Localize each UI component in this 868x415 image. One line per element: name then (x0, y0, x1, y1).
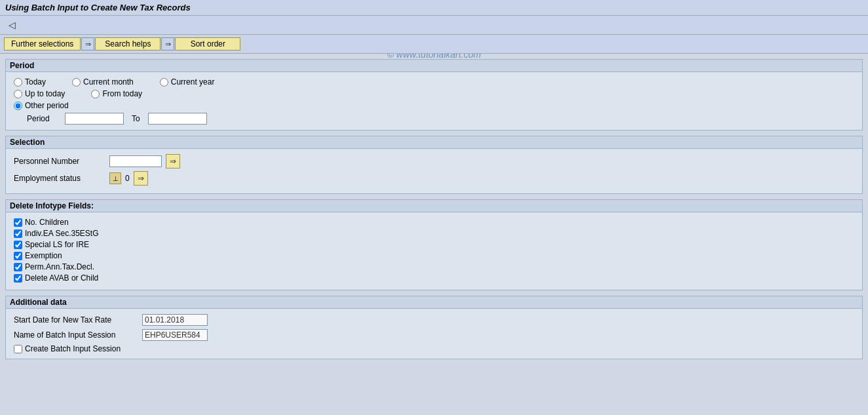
radio-today-input[interactable] (14, 78, 22, 87)
batch-session-row: Name of Batch Input Session (14, 329, 854, 341)
cb-delete-avab-input[interactable] (14, 274, 22, 283)
period-from-label: Period (27, 114, 60, 123)
radio-other-period-input[interactable] (14, 102, 22, 110)
employment-status-arrow[interactable]: ⇒ (134, 171, 148, 186)
personnel-number-arrow[interactable]: ⇒ (166, 154, 180, 168)
period-row-3: Other period (14, 101, 854, 110)
radio-from-today-input[interactable] (91, 90, 100, 98)
cb-perm-ann-label: Perm.Ann.Tax.Decl. (25, 262, 94, 271)
cb-indiv-ea-input[interactable] (14, 229, 22, 238)
cb-delete-avab: Delete AVAB or Child (14, 273, 854, 283)
cb-perm-ann: Perm.Ann.Tax.Decl. (14, 262, 854, 271)
radio-current-month-input[interactable] (72, 78, 81, 87)
page-title: Using Batch Input to Create New Tax Reco… (5, 3, 191, 12)
cb-perm-ann-input[interactable] (14, 263, 22, 271)
cb-delete-avab-label: Delete AVAB or Child (25, 273, 98, 283)
cb-no-children-label: No. Children (25, 218, 69, 227)
batch-session-label: Name of Batch Input Session (14, 330, 138, 340)
cb-exemption-label: Exemption (25, 251, 62, 260)
employment-status-icon[interactable]: ⊥ (109, 172, 121, 184)
cb-indiv-ea-label: Indiv.EA Sec.35EStG (25, 229, 99, 238)
back-icon[interactable]: ◁ (5, 18, 18, 31)
selection-body: Personnel Number ⇒ Employment status ⊥ 0… (6, 149, 862, 193)
personnel-number-row: Personnel Number ⇒ (14, 154, 854, 168)
radio-today[interactable]: Today (14, 77, 46, 87)
selection-section: Selection Personnel Number ⇒ Employment … (5, 136, 863, 194)
cb-exemption-input[interactable] (14, 252, 22, 260)
cb-special-ls: Special LS for IRE (14, 240, 854, 249)
employment-status-value: 0 (125, 174, 130, 183)
tab-arrow-1[interactable]: ⇒ (81, 37, 94, 50)
additional-header: Additional data (6, 296, 862, 309)
employment-status-row: Employment status ⊥ 0 ⇒ (14, 171, 854, 186)
create-batch-row: Create Batch Input Session (14, 344, 854, 353)
period-from-input[interactable] (65, 113, 124, 125)
period-row-2: Up to today From today (14, 89, 854, 98)
period-row-1: Today Current month Current year (14, 77, 854, 87)
main-content: Period Today Current month Current year (0, 54, 868, 370)
personnel-number-input[interactable] (109, 155, 162, 167)
radio-up-to-today-input[interactable] (14, 90, 22, 98)
start-date-input[interactable] (142, 314, 208, 326)
cb-exemption: Exemption (14, 251, 854, 260)
cb-no-children: No. Children (14, 218, 854, 227)
cb-special-ls-label: Special LS for IRE (25, 240, 89, 249)
infotype-body: No. Children Indiv.EA Sec.35EStG Special… (6, 212, 862, 290)
additional-body: Start Date for New Tax Rate Name of Batc… (6, 309, 862, 359)
employment-status-label: Employment status (14, 174, 105, 183)
radio-up-to-today[interactable]: Up to today (14, 89, 65, 98)
period-body: Today Current month Current year Up to t… (6, 72, 862, 130)
start-date-label: Start Date for New Tax Rate (14, 315, 138, 325)
period-to-input[interactable] (148, 113, 207, 125)
period-section: Period Today Current month Current year (5, 59, 863, 130)
cb-no-children-input[interactable] (14, 218, 22, 227)
title-bar: Using Batch Input to Create New Tax Reco… (0, 0, 868, 16)
tab-arrow-2[interactable]: ⇒ (161, 37, 174, 50)
personnel-number-label: Personnel Number (14, 157, 105, 166)
batch-session-input[interactable] (142, 329, 208, 341)
additional-section: Additional data Start Date for New Tax R… (5, 296, 863, 359)
cb-special-ls-input[interactable] (14, 241, 22, 249)
period-field-row: Period To (27, 113, 854, 125)
tab-further-selections[interactable]: Further selections (4, 37, 81, 50)
radio-current-month[interactable]: Current month (72, 77, 134, 87)
cb-indiv-ea: Indiv.EA Sec.35EStG (14, 229, 854, 238)
start-date-row: Start Date for New Tax Rate (14, 314, 854, 326)
tab-search-helps[interactable]: Search helps (95, 37, 160, 50)
create-batch-checkbox[interactable] (14, 345, 22, 353)
radio-from-today[interactable]: From today (91, 89, 142, 98)
radio-current-year-input[interactable] (160, 78, 168, 87)
tab-sort-order[interactable]: Sort order (175, 37, 240, 50)
period-header: Period (6, 60, 862, 72)
infotype-header: Delete Infotype Fields: (6, 200, 862, 212)
tab-bar: Further selections ⇒ Search helps ⇒ Sort… (0, 35, 868, 54)
selection-header: Selection (6, 136, 862, 149)
to-label: To (132, 114, 140, 123)
create-batch-label: Create Batch Input Session (25, 344, 121, 353)
radio-other-period[interactable]: Other period (14, 101, 69, 110)
toolbar: ◁ © www.tutorialkart.com (0, 16, 868, 35)
infotype-section: Delete Infotype Fields: No. Children Ind… (5, 199, 863, 290)
radio-current-year[interactable]: Current year (160, 77, 215, 87)
